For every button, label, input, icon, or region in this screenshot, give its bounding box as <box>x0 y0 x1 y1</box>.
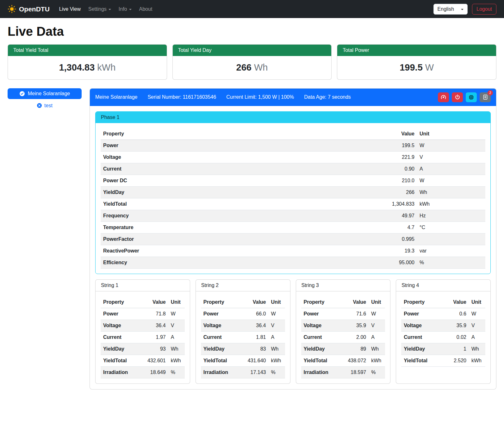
total-yield-total-card: Total Yield Total 1,304.83kWh <box>8 44 167 80</box>
value-cell: 0.6 <box>440 308 469 320</box>
cpu-chip-icon <box>468 94 474 100</box>
sun-logo-icon <box>8 5 16 13</box>
property-cell: PowerFactor <box>101 233 290 245</box>
inverter-select-button[interactable]: Meine Solaranlage <box>8 88 82 99</box>
column-header-property: Property <box>101 296 139 308</box>
card-body: 1,304.83kWh <box>8 56 167 79</box>
property-cell: Voltage <box>201 320 240 331</box>
property-cell: YieldDay <box>101 186 290 198</box>
column-header-unit: Unit <box>369 296 385 308</box>
power-icon <box>455 94 460 100</box>
property-cell: YieldTotal <box>301 355 340 366</box>
value-cell: 1 <box>440 343 469 355</box>
nav-right: English Logout <box>433 4 496 15</box>
unit-cell: V <box>469 320 485 331</box>
nav-item-about[interactable]: About <box>135 4 156 15</box>
unit-cell: V <box>168 320 185 331</box>
table-row: Irradiation17.143% <box>201 366 285 378</box>
column-header-value: Value <box>339 296 369 308</box>
x-circle-icon <box>37 103 42 108</box>
value-cell: 210.0 <box>290 175 417 186</box>
check-circle-icon <box>19 91 25 97</box>
event-log-button[interactable]: 2 <box>480 92 491 102</box>
value-cell: 1.81 <box>240 331 269 343</box>
language-select[interactable]: English <box>433 4 468 15</box>
page-title: Live Data <box>8 24 496 39</box>
property-cell: YieldDay <box>101 343 139 355</box>
table-row: Power0.6W <box>401 308 485 320</box>
unit-cell: °C <box>417 221 485 233</box>
value-cell: 36.4 <box>139 320 168 331</box>
inverter-actions: 2 <box>438 92 491 102</box>
limit-settings-button[interactable] <box>438 92 449 102</box>
chevron-down-icon <box>461 9 464 10</box>
property-cell: Power <box>301 308 340 320</box>
nav-item-live-view[interactable]: Live View <box>55 4 84 15</box>
phase-card-title: Phase 1 <box>96 112 490 123</box>
inverter-select-label: Meine Solaranlage <box>28 91 70 97</box>
inverter-test-button[interactable]: test <box>8 103 82 109</box>
inverter-panel-body: Phase 1 Property Value Unit Power199.5WV… <box>90 106 496 389</box>
property-cell: YieldTotal <box>201 355 240 366</box>
summary-cards-row: Total Yield Total 1,304.83kWh Total Yiel… <box>8 44 496 80</box>
card-title: Total Yield Total <box>8 45 167 56</box>
table-row: Current0.02A <box>401 331 485 343</box>
table-row: YieldTotal431.640kWh <box>201 355 285 366</box>
property-cell: YieldTotal <box>401 355 440 366</box>
unit-cell: % <box>417 257 485 268</box>
table-row: PowerFactor0.995 <box>101 233 485 245</box>
property-cell: YieldTotal <box>101 198 290 210</box>
property-cell: Current <box>101 163 290 175</box>
property-cell: Temperature <box>101 221 290 233</box>
table-row: Current0.90A <box>101 163 485 175</box>
page-container: Live Data Total Yield Total 1,304.83kWh … <box>0 24 504 398</box>
table-row: Voltage36.4V <box>101 320 185 331</box>
brand-label: OpenDTU <box>19 5 50 13</box>
app-brand[interactable]: OpenDTU <box>8 5 50 13</box>
unit-cell: V <box>417 151 485 163</box>
unit-cell: kWh <box>469 355 485 366</box>
card-value: 199.5 <box>400 62 423 72</box>
device-info-button[interactable] <box>466 92 477 102</box>
string-card-body: Property Value Unit Power71.6WVoltage35.… <box>296 291 390 383</box>
power-button[interactable] <box>452 92 463 102</box>
value-cell: 66.0 <box>240 308 269 320</box>
property-cell: Power <box>101 308 139 320</box>
table-row: Voltage35.9V <box>401 320 485 331</box>
table-row: Voltage221.9V <box>101 151 485 163</box>
event-count-badge: 2 <box>488 90 493 96</box>
value-cell: 0.90 <box>290 163 417 175</box>
property-cell: Power <box>401 308 440 320</box>
card-unit: kWh <box>97 62 115 72</box>
value-cell: 71.6 <box>339 308 369 320</box>
unit-cell: % <box>369 366 385 378</box>
inverter-name: Meine Solaranlage <box>95 94 137 100</box>
table-row: Power71.8W <box>101 308 185 320</box>
logout-button[interactable]: Logout <box>472 4 496 15</box>
card-unit: Wh <box>254 62 268 72</box>
property-cell: Power <box>201 308 240 320</box>
unit-cell <box>417 233 485 245</box>
value-cell: 1.97 <box>139 331 168 343</box>
table-row: YieldDay1Wh <box>401 343 485 355</box>
table-row: YieldTotal2.520kWh <box>401 355 485 366</box>
nav-links: Live View Settings Info About <box>55 4 156 15</box>
string-card-body: Property Value Unit Power0.6WVoltage35.9… <box>396 291 490 372</box>
nav-item-info[interactable]: Info <box>115 4 135 15</box>
nav-item-settings[interactable]: Settings <box>84 4 115 15</box>
card-unit: W <box>425 62 434 72</box>
table-row: YieldDay266Wh <box>101 186 485 198</box>
table-row: Voltage36.4V <box>201 320 285 331</box>
unit-cell: % <box>168 366 185 378</box>
column-header-unit: Unit <box>469 296 485 308</box>
table-row: YieldTotal1,304.833kWh <box>101 198 485 210</box>
card-value: 266 <box>236 62 252 72</box>
property-cell: Power <box>101 140 290 151</box>
column-header-property: Property <box>201 296 240 308</box>
property-cell: Current <box>101 331 139 343</box>
unit-cell: W <box>417 175 485 186</box>
property-cell: Irradiation <box>201 366 240 378</box>
property-cell: YieldDay <box>401 343 440 355</box>
column-header-unit: Unit <box>269 296 285 308</box>
unit-cell: Wh <box>168 343 185 355</box>
